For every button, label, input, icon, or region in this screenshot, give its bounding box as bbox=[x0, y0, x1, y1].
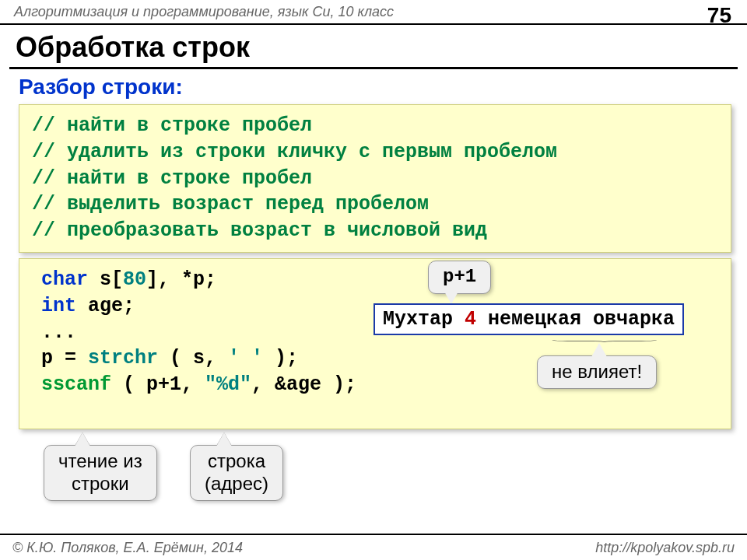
code-text: p = bbox=[41, 347, 88, 369]
code-text: , &age ); bbox=[251, 373, 356, 396]
keyword-int: int bbox=[41, 295, 76, 317]
callout-read-from-string: чтение из строки bbox=[44, 445, 157, 501]
code-text: ( p+1, bbox=[111, 373, 205, 396]
code-text: ... bbox=[41, 321, 76, 344]
pointer-icon bbox=[591, 343, 607, 357]
pointer-icon bbox=[444, 290, 459, 304]
fn-strchr: strchr bbox=[88, 347, 158, 369]
keyword-char: char bbox=[41, 268, 88, 291]
char-literal: ' ' bbox=[228, 347, 263, 369]
footer-url: http://kpolyakov.spb.ru bbox=[595, 540, 735, 556]
title-underline bbox=[9, 67, 738, 69]
code-text: age; bbox=[76, 295, 135, 317]
pointer-icon bbox=[75, 432, 90, 446]
fn-sscanf: sscanf bbox=[41, 373, 111, 396]
string-literal: "%d" bbox=[205, 373, 251, 396]
footer-authors: К.Ю. Поляков, Е.А. Ерёмин, 2014 bbox=[12, 540, 243, 556]
sample-highlight: 4 bbox=[465, 308, 476, 331]
code-text: s[ bbox=[88, 268, 123, 291]
sample-string-box: Мухтар 4 немецкая овчарка bbox=[374, 303, 684, 335]
code-text: ); bbox=[263, 347, 298, 369]
number-literal: 80 bbox=[123, 268, 146, 291]
footer-bar: К.Ю. Поляков, Е.А. Ерёмин, 2014 http://k… bbox=[0, 534, 747, 560]
comments-block: // найти в строке пробел // удалить из с… bbox=[19, 104, 731, 253]
section-subtitle: Разбор строки: bbox=[19, 75, 183, 100]
code-text: ], *p; bbox=[146, 268, 216, 291]
header-bar: Алгоритмизация и программирование, язык … bbox=[0, 0, 747, 25]
sample-suffix: немецкая овчарка bbox=[476, 308, 675, 331]
sample-prefix: Мухтар bbox=[383, 308, 465, 331]
callout-no-effect: не влияет! bbox=[537, 355, 657, 389]
brace-icon: ︸ bbox=[549, 335, 670, 349]
slide-title: Обработка строк bbox=[16, 31, 250, 64]
callout-p-plus-1: p+1 bbox=[428, 261, 491, 294]
code-text: ( s, bbox=[158, 347, 228, 369]
callout-string-address: строка (адрес) bbox=[190, 445, 283, 501]
page-number: 75 bbox=[707, 3, 731, 28]
pointer-icon bbox=[216, 432, 232, 446]
course-title: Алгоритмизация и программирование, язык … bbox=[14, 4, 394, 20]
